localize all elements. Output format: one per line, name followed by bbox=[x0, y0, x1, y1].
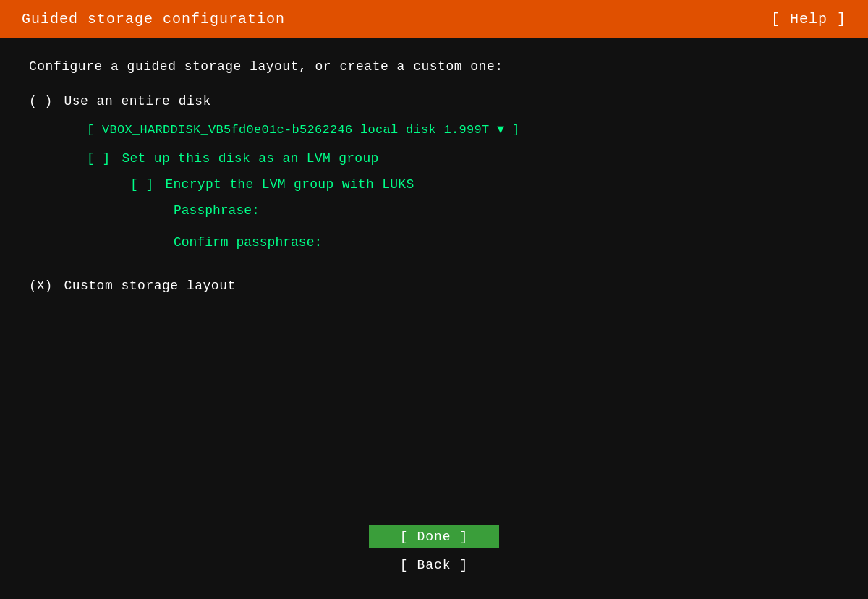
disk-selector[interactable]: [ VBOX_HARDDISK_VB5fd0e01c-b5262246 loca… bbox=[87, 123, 839, 137]
custom-layout-option[interactable]: (X) Custom storage layout bbox=[29, 279, 839, 293]
confirm-passphrase-label: Confirm passphrase: bbox=[174, 235, 322, 250]
page-title: Guided storage configuration bbox=[22, 11, 285, 27]
luks-checkbox-row[interactable]: [ ] Encrypt the LVM group with LUKS bbox=[130, 177, 839, 192]
lvm-checkbox[interactable]: [ ] bbox=[87, 151, 110, 166]
lvm-checkbox-row[interactable]: [ ] Set up this disk as an LVM group bbox=[87, 151, 839, 166]
done-button[interactable]: [ Done ] bbox=[369, 525, 499, 548]
confirm-passphrase-row: Confirm passphrase: bbox=[174, 235, 839, 250]
lvm-label: Set up this disk as an LVM group bbox=[122, 151, 378, 166]
luks-checkbox[interactable]: [ ] bbox=[130, 177, 153, 192]
use-entire-disk-option[interactable]: ( ) Use an entire disk bbox=[29, 94, 839, 109]
luks-label: Encrypt the LVM group with LUKS bbox=[165, 177, 414, 192]
help-button[interactable]: [ Help ] bbox=[771, 11, 846, 27]
passphrase-label: Passphrase: bbox=[174, 203, 260, 218]
title-bar: Guided storage configuration [ Help ] bbox=[0, 0, 868, 38]
main-content: Configure a guided storage layout, or cr… bbox=[0, 38, 868, 525]
custom-layout-radio[interactable]: (X) bbox=[29, 279, 52, 293]
intro-text: Configure a guided storage layout, or cr… bbox=[29, 59, 839, 74]
use-entire-disk-radio[interactable]: ( ) bbox=[29, 94, 52, 109]
app-container: Guided storage configuration [ Help ] Co… bbox=[0, 0, 868, 599]
custom-layout-label: Custom storage layout bbox=[64, 279, 235, 293]
use-entire-disk-label: Use an entire disk bbox=[64, 94, 210, 109]
passphrase-row: Passphrase: bbox=[174, 203, 839, 218]
footer: [ Done ] [ Back ] bbox=[0, 525, 868, 599]
back-button[interactable]: [ Back ] bbox=[369, 553, 499, 577]
disk-selector-text[interactable]: [ VBOX_HARDDISK_VB5fd0e01c-b5262246 loca… bbox=[87, 123, 520, 137]
